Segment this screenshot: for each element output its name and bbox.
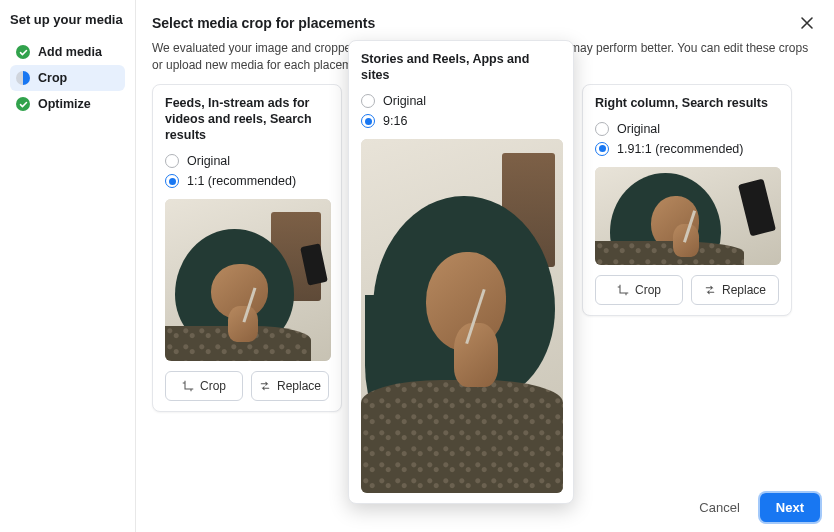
radio-icon xyxy=(165,174,179,188)
replace-button[interactable]: Replace xyxy=(691,275,779,305)
crop-icon xyxy=(617,284,629,296)
radio-ratio[interactable]: 1:1 (recommended) xyxy=(165,171,329,191)
crop-icon xyxy=(182,380,194,392)
placement-card-right-column: Right column, Search results Original 1.… xyxy=(582,84,792,316)
placement-card-stories: Stories and Reels, Apps and sites Origin… xyxy=(348,40,574,505)
main: Select media crop for placements We eval… xyxy=(136,0,834,532)
replace-button[interactable]: Replace xyxy=(251,371,329,401)
card-actions: Crop Replace xyxy=(165,371,329,401)
radio-original[interactable]: Original xyxy=(595,119,779,139)
radio-icon xyxy=(165,154,179,168)
step-add-media[interactable]: Add media xyxy=(10,39,125,65)
card-title: Stories and Reels, Apps and sites xyxy=(361,51,561,84)
card-actions: Crop Replace xyxy=(595,275,779,305)
step-optimize[interactable]: Optimize xyxy=(10,91,125,117)
step-crop[interactable]: Crop xyxy=(10,65,125,91)
card-title: Feeds, In-stream ads for videos and reel… xyxy=(165,95,329,144)
media-preview[interactable] xyxy=(165,199,331,361)
sidebar-title: Set up your media xyxy=(10,12,125,27)
preview-image xyxy=(361,139,563,493)
radio-original[interactable]: Original xyxy=(361,91,561,111)
step-label: Optimize xyxy=(38,97,91,111)
button-label: Replace xyxy=(277,379,321,393)
placement-card-feeds: Feeds, In-stream ads for videos and reel… xyxy=(152,84,342,413)
radio-ratio[interactable]: 1.91:1 (recommended) xyxy=(595,139,779,159)
step-label: Add media xyxy=(38,45,102,59)
cancel-button[interactable]: Cancel xyxy=(689,494,749,521)
replace-icon xyxy=(259,380,271,392)
page-title: Select media crop for placements xyxy=(152,15,375,31)
button-label: Replace xyxy=(722,283,766,297)
crop-button[interactable]: Crop xyxy=(595,275,683,305)
radio-label: 9:16 xyxy=(383,114,407,128)
radio-label: Original xyxy=(383,94,426,108)
preview-image xyxy=(595,167,781,265)
close-icon xyxy=(800,16,814,30)
cards-area: Feeds, In-stream ads for videos and reel… xyxy=(136,84,834,532)
radio-ratio[interactable]: 9:16 xyxy=(361,111,561,131)
radio-icon xyxy=(361,94,375,108)
button-label: Crop xyxy=(635,283,661,297)
check-icon xyxy=(16,97,30,111)
replace-icon xyxy=(704,284,716,296)
app-root: Set up your media Add media Crop Optimiz… xyxy=(0,0,834,532)
step-label: Crop xyxy=(38,71,67,85)
radio-icon xyxy=(361,114,375,128)
crop-button[interactable]: Crop xyxy=(165,371,243,401)
next-button[interactable]: Next xyxy=(760,493,820,522)
close-button[interactable] xyxy=(796,12,818,34)
button-label: Crop xyxy=(200,379,226,393)
radio-label: Original xyxy=(187,154,230,168)
media-preview[interactable] xyxy=(361,139,563,493)
radio-icon xyxy=(595,142,609,156)
check-icon xyxy=(16,45,30,59)
media-preview[interactable] xyxy=(595,167,781,265)
header: Select media crop for placements xyxy=(136,0,834,40)
progress-half-icon xyxy=(16,71,30,85)
preview-image xyxy=(165,199,331,361)
radio-label: 1.91:1 (recommended) xyxy=(617,142,743,156)
radio-original[interactable]: Original xyxy=(165,151,329,171)
card-title: Right column, Search results xyxy=(595,95,779,111)
radio-label: 1:1 (recommended) xyxy=(187,174,296,188)
footer: Cancel Next xyxy=(675,483,834,532)
sidebar: Set up your media Add media Crop Optimiz… xyxy=(0,0,136,532)
radio-icon xyxy=(595,122,609,136)
radio-label: Original xyxy=(617,122,660,136)
